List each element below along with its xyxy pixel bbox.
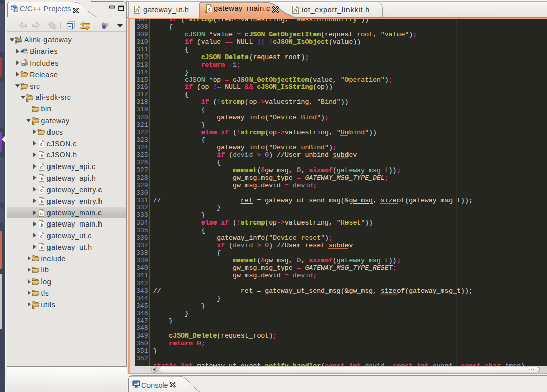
svg-text:C: C	[14, 7, 17, 12]
svg-text:.h: .h	[135, 8, 139, 13]
svg-text:.h: .h	[293, 8, 297, 13]
svg-text:c: c	[208, 6, 210, 11]
